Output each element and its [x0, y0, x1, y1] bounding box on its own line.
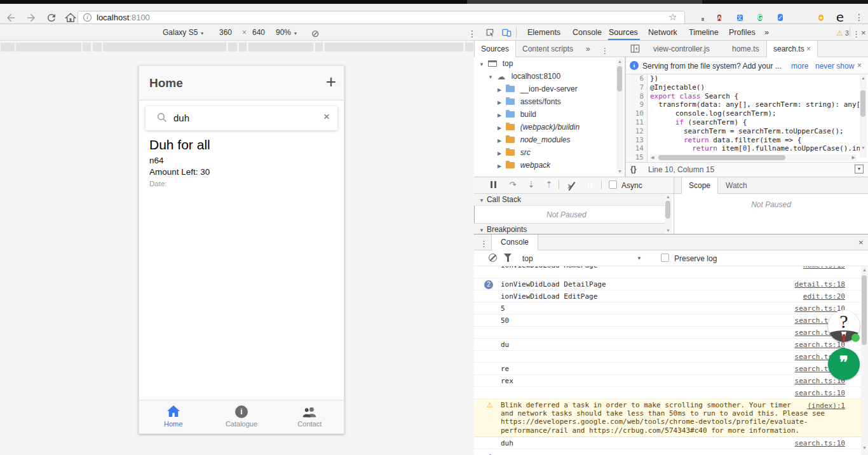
step-over-icon[interactable]: ↷	[507, 180, 519, 190]
line-number[interactable]: 13	[626, 136, 647, 145]
searchbar[interactable]: ×	[146, 106, 337, 130]
line-number[interactable]: 9	[626, 100, 647, 109]
disclosure-arrow-icon[interactable]: ▶	[496, 160, 503, 173]
drawer-menu-icon[interactable]: ⋮	[480, 238, 488, 250]
tab-contact[interactable]: Contact	[276, 400, 344, 433]
clear-search-icon[interactable]: ×	[323, 111, 330, 123]
file-tab-search-active[interactable]: search.ts ×	[766, 41, 818, 58]
callstack-scrollbar[interactable]: ▲ ▼	[665, 194, 672, 233]
disclosure-arrow-icon[interactable]: ▶	[496, 84, 503, 97]
extension-stars-icon[interactable]: ★	[815, 11, 827, 24]
devtools-close-icon[interactable]: ×	[861, 28, 866, 37]
file-tree-item[interactable]: ▶ webpack	[474, 159, 625, 172]
pane-menu-icon[interactable]: ⋮	[601, 44, 609, 57]
devtools-tab-network[interactable]: Network	[648, 28, 677, 37]
more-tabs-icon[interactable]: »	[764, 28, 769, 37]
close-file-tab-icon[interactable]: ×	[806, 44, 811, 53]
file-tree-item[interactable]: ▶ (webpack)/buildin	[474, 121, 625, 133]
console-source-link[interactable]: edit.ts:20	[803, 292, 845, 301]
execution-context-select[interactable]: top	[522, 254, 533, 263]
device-zoom-select[interactable]: 90% ▼	[276, 28, 297, 37]
devtools-tab-timeline[interactable]: Timeline	[689, 28, 719, 37]
file-tab-home[interactable]: home.ts	[732, 44, 759, 53]
pause-script-icon[interactable]	[489, 180, 500, 190]
navigator-scrollbar[interactable]: ▲ ▼	[616, 58, 623, 174]
refresh-icon[interactable]	[46, 12, 58, 24]
disclosure-arrow-icon[interactable]: ▶	[496, 135, 503, 147]
file-tree-item[interactable]: ▶ build	[474, 108, 625, 121]
line-number[interactable]: 12	[626, 127, 647, 136]
console-prompt[interactable]: >	[474, 449, 862, 455]
line-number[interactable]: 15	[626, 153, 647, 162]
page-info-icon[interactable]: i	[83, 13, 92, 22]
file-tree-item[interactable]: ▶ src	[474, 146, 625, 159]
step-into-icon[interactable]: ⇣	[526, 180, 537, 190]
console-source-link[interactable]: home.ts:15	[803, 266, 845, 269]
disclosure-arrow-icon[interactable]: ▼	[478, 58, 485, 71]
async-checkbox[interactable]	[609, 180, 617, 189]
line-number[interactable]: 14	[626, 144, 647, 153]
tab-catalogue[interactable]: i Catalogue	[207, 400, 275, 433]
more-panes-icon[interactable]: »	[586, 44, 590, 53]
show-navigator-icon[interactable]	[630, 44, 640, 56]
tab-console[interactable]: Console	[491, 234, 538, 251]
code-editor[interactable]: 6789101112131415 })@Injectable()export c…	[625, 74, 868, 162]
extension-e-icon[interactable]: e	[834, 11, 846, 24]
editor-hscrollbar[interactable]: ◀ ▶	[649, 154, 857, 161]
devtools-tab-sources[interactable]: Sources	[609, 28, 638, 37]
rotate-icon[interactable]: ⊘	[311, 28, 320, 39]
console-scrollbar[interactable]: ▲ ▼	[861, 266, 868, 455]
line-number[interactable]: 6	[626, 74, 647, 83]
line-number[interactable]: 8	[626, 92, 647, 101]
disclosure-arrow-icon[interactable]: ▼	[487, 71, 494, 84]
file-tree-item[interactable]: ▶ __ion-dev-server	[474, 83, 625, 95]
line-number[interactable]: 10	[626, 109, 647, 118]
url-bar[interactable]	[78, 11, 685, 24]
file-tab-view-controller[interactable]: view-controller.js	[653, 44, 710, 53]
deactivate-breakpoints-icon[interactable]: ➤	[567, 182, 573, 191]
context-dropdown-icon[interactable]: ▼	[637, 255, 642, 261]
tab-sources-pane[interactable]: Sources	[474, 41, 516, 58]
extension-translate-icon[interactable]: 文	[733, 11, 746, 24]
step-out-icon[interactable]: ⇡	[543, 180, 555, 190]
file-tree-item[interactable]: ▼ ☁ localhost:8100	[474, 70, 625, 83]
drawer-close-icon[interactable]: ×	[858, 238, 864, 247]
devtools-tab-console[interactable]: Console	[573, 28, 602, 37]
device-height[interactable]: 640	[252, 28, 265, 37]
call-stack-header[interactable]: ▼Call Stack	[474, 194, 665, 206]
tab-scope[interactable]: Scope	[681, 177, 718, 194]
hangouts-icon[interactable]: ❞	[828, 348, 860, 380]
infobar-more-link[interactable]: more	[791, 62, 808, 71]
tab-watch[interactable]: Watch	[719, 177, 754, 194]
extension-shield-icon[interactable]	[795, 11, 808, 24]
console-source-link[interactable]: search.ts:10	[795, 389, 845, 397]
file-tree-item[interactable]: ▶ assets/fonts	[474, 95, 625, 108]
browser-menu-icon[interactable]: ⋮	[853, 11, 865, 24]
disclosure-arrow-icon[interactable]: ▶	[496, 109, 503, 122]
tab-content-scripts[interactable]: Content scripts	[522, 44, 573, 53]
console-source-link[interactable]: detail.ts:18	[795, 280, 845, 289]
line-number[interactable]: 11	[626, 118, 647, 127]
disclosure-arrow-icon[interactable]: ▶	[496, 97, 503, 109]
file-tree-item[interactable]: ▼ top	[474, 57, 625, 70]
infobar-close-icon[interactable]: ×	[857, 61, 862, 70]
forward-icon[interactable]	[25, 12, 38, 24]
inspect-element-icon[interactable]	[485, 27, 495, 40]
disclosure-arrow-icon[interactable]: ▶	[496, 122, 503, 135]
extension-grammarly-icon[interactable]: G	[754, 11, 766, 24]
file-tree-item[interactable]: ▶ node_modules	[474, 133, 625, 146]
console-source-link[interactable]: (index):1	[807, 402, 845, 410]
add-button[interactable]: +	[326, 72, 336, 92]
extension-dictionary-icon[interactable]: A	[713, 11, 726, 24]
preserve-log-checkbox[interactable]	[661, 254, 669, 262]
disclosure-arrow-icon[interactable]: ▶	[496, 147, 503, 160]
filter-icon[interactable]	[504, 254, 512, 258]
pretty-print-icon[interactable]: {}	[630, 165, 636, 173]
bookmark-star-icon[interactable]: ☆	[668, 11, 677, 23]
devtools-tab-elements[interactable]: Elements	[527, 28, 560, 37]
editor-vscrollbar[interactable]: ▲ ▼	[860, 75, 867, 158]
line-number[interactable]: 7	[626, 83, 647, 92]
infobar-never-show-link[interactable]: never show	[815, 62, 854, 71]
devtools-tab-profiles[interactable]: Profiles	[729, 28, 756, 37]
home-icon[interactable]	[65, 12, 78, 24]
